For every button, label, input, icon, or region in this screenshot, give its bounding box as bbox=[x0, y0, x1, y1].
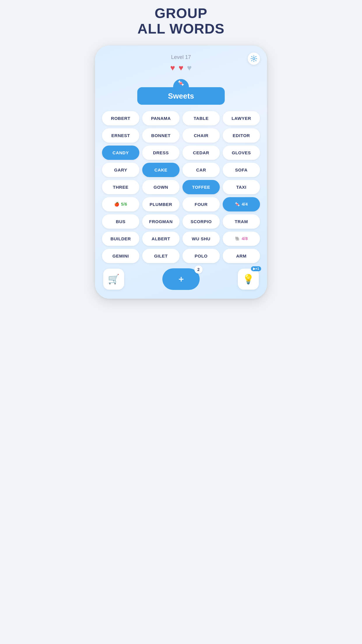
word-chip[interactable]: LAWYER bbox=[223, 111, 260, 125]
word-grid: ROBERTPANAMATABLELAWYERERNESTBONNETCHAIR… bbox=[102, 111, 260, 263]
category-label: Sweets bbox=[168, 92, 194, 100]
word-chip[interactable]: TAXI bbox=[223, 180, 260, 194]
word-chip[interactable]: 🍬4/4 bbox=[223, 197, 260, 211]
word-chip[interactable]: ARM bbox=[223, 249, 260, 263]
word-chip[interactable]: GLOVES bbox=[223, 146, 260, 160]
page-title: GROUP ALL WORDS bbox=[138, 6, 225, 37]
word-chip[interactable]: TABLE bbox=[182, 111, 220, 125]
hint-icon: 💡 bbox=[242, 274, 254, 285]
elephant-icon: 🐘 bbox=[235, 236, 240, 241]
bottom-bar: 🛒 ＋ 2 💡 ▶+1 bbox=[102, 268, 260, 290]
heart-2: ♥ bbox=[179, 63, 184, 73]
phone-frame: Level 17 ♥ ♥ ♥ 🍬 Sweets ROBERT bbox=[95, 46, 267, 299]
word-chip[interactable]: GILET bbox=[142, 249, 180, 263]
category-body: Sweets bbox=[137, 87, 225, 105]
word-chip[interactable]: WU SHU bbox=[182, 232, 220, 246]
settings-button[interactable] bbox=[248, 52, 260, 65]
lives-display: ♥ ♥ ♥ bbox=[102, 63, 260, 73]
word-chip[interactable]: GEMINI bbox=[102, 249, 139, 263]
word-chip[interactable]: BONNET bbox=[142, 128, 180, 143]
word-grid-wrapper: ROBERTPANAMATABLELAWYERERNESTBONNETCHAIR… bbox=[102, 111, 260, 263]
word-chip[interactable]: ROBERT bbox=[102, 111, 139, 125]
category-icon: 🍬 bbox=[178, 80, 184, 86]
heart-3: ♥ bbox=[187, 63, 192, 73]
add-badge: 2 bbox=[194, 265, 203, 274]
gear-icon bbox=[251, 55, 257, 62]
word-chip[interactable]: PANAMA bbox=[142, 111, 180, 125]
candy-icon: 🍬 bbox=[235, 202, 240, 206]
word-chip[interactable]: CHAIR bbox=[182, 128, 220, 143]
word-chip[interactable]: PLUMBER bbox=[142, 197, 180, 211]
header: Level 17 bbox=[102, 54, 260, 60]
hint-badge: ▶+1 bbox=[251, 266, 261, 271]
category-icon-circle: 🍬 bbox=[173, 79, 189, 87]
app-container: GROUP ALL WORDS Level 17 ♥ ♥ ♥ 🍬 bbox=[91, 6, 271, 299]
word-chip[interactable]: SOFA bbox=[223, 163, 260, 177]
word-chip[interactable]: FOUR bbox=[182, 197, 220, 211]
word-chip[interactable]: ALBERT bbox=[142, 232, 180, 246]
word-chip[interactable]: TOFFEE bbox=[182, 180, 220, 194]
word-chip[interactable]: EDITOR bbox=[223, 128, 260, 143]
word-chip[interactable]: 🐘4/8 bbox=[223, 232, 260, 246]
word-chip[interactable]: TRAM bbox=[223, 214, 260, 229]
word-chip[interactable]: ERNEST bbox=[102, 128, 139, 143]
word-chip[interactable]: BUS bbox=[102, 214, 139, 229]
word-chip[interactable]: DRESS bbox=[142, 146, 180, 160]
level-text: Level 17 bbox=[171, 54, 191, 60]
add-icon: ＋ bbox=[177, 274, 185, 284]
chip-label: 5/6 bbox=[121, 202, 127, 206]
shop-icon: 🛒 bbox=[108, 274, 120, 285]
word-chip[interactable]: 🍎5/6 bbox=[102, 197, 139, 211]
word-chip[interactable]: SCORPIO bbox=[182, 214, 220, 229]
shop-button[interactable]: 🛒 bbox=[103, 269, 124, 290]
apple-icon: 🍎 bbox=[114, 202, 120, 206]
word-chip[interactable]: GARY bbox=[102, 163, 139, 177]
level-display: Level 17 bbox=[171, 54, 191, 60]
word-chip[interactable]: CEDAR bbox=[182, 146, 220, 160]
word-chip[interactable]: CAKE bbox=[142, 163, 180, 177]
svg-point-0 bbox=[253, 57, 255, 60]
heart-1: ♥ bbox=[170, 63, 175, 73]
word-chip[interactable]: FROGMAN bbox=[142, 214, 180, 229]
chip-label: 4/4 bbox=[242, 202, 248, 206]
word-chip[interactable]: POLO bbox=[182, 249, 220, 263]
word-chip[interactable]: CAR bbox=[182, 163, 220, 177]
add-button[interactable]: ＋ 2 bbox=[162, 268, 200, 290]
hint-button[interactable]: 💡 ▶+1 bbox=[238, 269, 259, 290]
chip-label: 4/8 bbox=[242, 236, 248, 241]
word-chip[interactable]: CANDY bbox=[102, 146, 139, 160]
word-chip[interactable]: GOWN bbox=[142, 180, 180, 194]
word-chip[interactable]: BUILDER bbox=[102, 232, 139, 246]
category-banner: 🍬 Sweets bbox=[102, 79, 260, 105]
word-chip[interactable]: THREE bbox=[102, 180, 139, 194]
